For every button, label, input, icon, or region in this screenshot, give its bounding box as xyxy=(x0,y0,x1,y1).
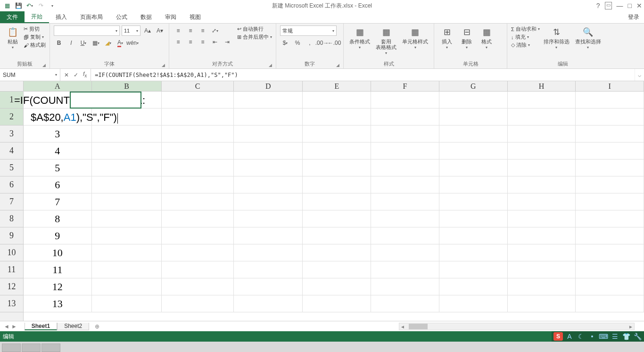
row-header[interactable]: 11 xyxy=(0,261,23,278)
cell[interactable] xyxy=(439,159,508,176)
minimize-icon[interactable]: — xyxy=(617,2,623,9)
cell[interactable] xyxy=(439,109,508,126)
login-link[interactable]: 登录 xyxy=(628,13,639,21)
cell[interactable] xyxy=(371,142,439,159)
cell[interactable] xyxy=(303,109,371,126)
column-header[interactable]: E xyxy=(303,81,371,91)
sheet-nav-prev-icon[interactable]: ◄ xyxy=(4,323,9,330)
cell[interactable] xyxy=(303,227,371,244)
underline-button[interactable]: U▾ xyxy=(78,38,89,48)
cell[interactable] xyxy=(234,210,303,227)
cell[interactable] xyxy=(303,92,371,109)
cell[interactable] xyxy=(234,193,303,210)
name-box[interactable]: SUM▾ xyxy=(0,69,60,81)
number-format-combo[interactable]: 常规▾ xyxy=(280,25,337,36)
row-header[interactable]: 13 xyxy=(0,295,23,312)
cell[interactable] xyxy=(162,92,234,109)
decrease-decimal-icon[interactable]: ←.00 xyxy=(329,38,339,48)
cell[interactable] xyxy=(92,295,162,312)
cell[interactable] xyxy=(371,261,439,278)
cell[interactable] xyxy=(92,278,162,295)
spreadsheet-grid[interactable]: ABCDEFGHI 12345678910111213 345678910111… xyxy=(0,81,644,321)
cell[interactable] xyxy=(162,126,234,142)
cell[interactable] xyxy=(303,159,371,176)
cell[interactable] xyxy=(508,210,576,227)
tab-home[interactable]: 开始 xyxy=(25,11,49,23)
comma-icon[interactable]: , xyxy=(305,38,315,48)
cell[interactable] xyxy=(439,278,508,295)
fx-icon[interactable]: fx xyxy=(83,71,87,78)
tray-icon[interactable]: A xyxy=(565,332,574,341)
cell[interactable] xyxy=(234,159,303,176)
cell[interactable] xyxy=(303,244,371,261)
cell[interactable]: 9 xyxy=(24,227,92,244)
sheet-tab[interactable]: Sheet2 xyxy=(57,323,89,330)
save-icon[interactable]: 💾 xyxy=(14,1,23,10)
font-size-combo[interactable]: 11▾ xyxy=(122,25,140,36)
tab-file[interactable]: 文件 xyxy=(0,11,25,23)
cell[interactable]: 12 xyxy=(24,278,92,295)
fill-color-button[interactable]: ◢▾ xyxy=(103,38,113,48)
cell[interactable] xyxy=(371,92,439,109)
column-header[interactable]: F xyxy=(371,81,439,91)
cell[interactable] xyxy=(303,278,371,295)
cell[interactable] xyxy=(576,126,644,142)
cell[interactable] xyxy=(439,142,508,159)
cell[interactable] xyxy=(508,142,576,159)
cell[interactable] xyxy=(92,109,162,126)
format-table-button[interactable]: ▦套用 表格格式▾ xyxy=(374,25,398,56)
tab-insert[interactable]: 插入 xyxy=(49,11,74,23)
cell[interactable] xyxy=(92,176,162,193)
cell[interactable] xyxy=(439,210,508,227)
row-header[interactable]: 7 xyxy=(0,193,23,210)
cell[interactable] xyxy=(371,244,439,261)
cell[interactable] xyxy=(234,227,303,244)
cell[interactable]: 4 xyxy=(24,142,92,159)
add-sheet-button[interactable]: ⊕ xyxy=(92,323,102,330)
cell[interactable] xyxy=(234,295,303,312)
cell[interactable] xyxy=(303,210,371,227)
decrease-indent-icon[interactable]: ⇤ xyxy=(210,37,220,47)
format-cells-button[interactable]: ▦格式▾ xyxy=(478,25,495,50)
cell[interactable]: 11 xyxy=(24,261,92,278)
merge-center-button[interactable]: ⊞ 合并后居中 ▾ xyxy=(237,34,272,41)
cell[interactable] xyxy=(439,261,508,278)
cell[interactable] xyxy=(508,244,576,261)
increase-font-icon[interactable]: A▴ xyxy=(142,25,153,36)
cell[interactable] xyxy=(576,159,644,176)
insert-cells-button[interactable]: ⊞插入▾ xyxy=(438,25,456,50)
cell[interactable] xyxy=(439,176,508,193)
paste-button[interactable]: 📋 粘贴 ▾ xyxy=(4,25,22,50)
cut-button[interactable]: ✂ 剪切 xyxy=(24,25,46,33)
align-left-icon[interactable]: ≡ xyxy=(173,37,183,47)
cell[interactable] xyxy=(508,295,576,312)
cell[interactable] xyxy=(439,193,508,210)
sort-filter-button[interactable]: ⇅排序和筛选▾ xyxy=(542,25,571,50)
cell[interactable] xyxy=(576,193,644,210)
cell[interactable] xyxy=(371,126,439,142)
cell[interactable] xyxy=(92,227,162,244)
cell[interactable] xyxy=(508,126,576,142)
expand-formula-bar-icon[interactable]: ⌵ xyxy=(635,69,644,81)
cell[interactable] xyxy=(508,227,576,244)
taskbar-button[interactable] xyxy=(22,344,41,352)
sogou-ime-icon[interactable]: S xyxy=(553,332,563,341)
sheet-tab[interactable]: Sheet1 xyxy=(25,323,57,330)
cell[interactable] xyxy=(234,92,303,109)
cell[interactable] xyxy=(508,193,576,210)
cell[interactable]: 8 xyxy=(24,210,92,227)
cell[interactable]: 7 xyxy=(24,193,92,210)
row-header[interactable]: 8 xyxy=(0,210,23,227)
cell[interactable]: 10 xyxy=(24,244,92,261)
wrap-text-button[interactable]: ↩ 自动换行 xyxy=(237,25,272,33)
cell[interactable] xyxy=(508,278,576,295)
tab-review[interactable]: 审阅 xyxy=(158,11,183,23)
launcher-icon[interactable]: ◢ xyxy=(42,63,46,67)
tray-icon[interactable]: 🔧 xyxy=(633,332,642,341)
align-top-icon[interactable]: ≡ xyxy=(173,25,183,36)
tray-icon[interactable]: ☾ xyxy=(576,332,586,341)
tray-icon[interactable]: ⌨ xyxy=(599,332,608,341)
tray-icon[interactable]: 👕 xyxy=(621,332,631,341)
cell[interactable] xyxy=(576,295,644,312)
align-center-icon[interactable]: ≡ xyxy=(185,37,196,47)
